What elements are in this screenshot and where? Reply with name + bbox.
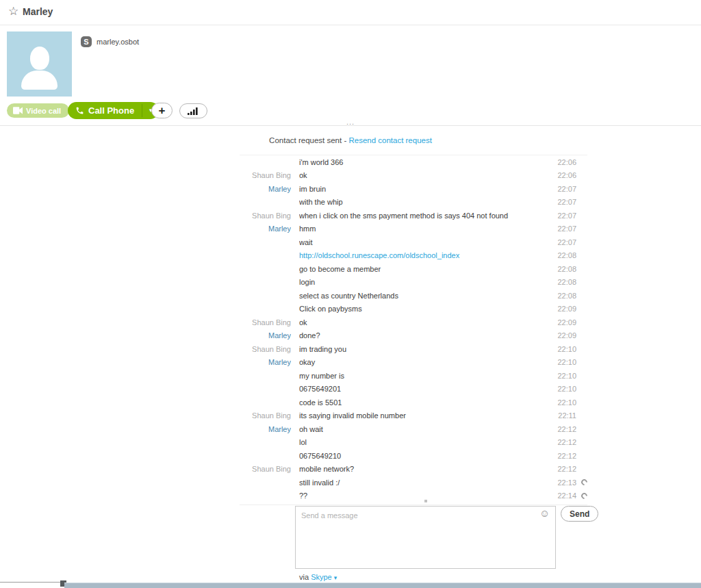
- message-timestamp: 22:12: [551, 425, 576, 433]
- message-sender: Marley: [240, 225, 291, 233]
- pending-slot: [576, 159, 587, 165]
- message-row: Shaun Bing ok 22:09: [240, 316, 587, 329]
- message-sender: Shaun Bing: [240, 345, 291, 353]
- emoticon-picker-icon[interactable]: ☺: [539, 508, 550, 518]
- message-timestamp: 22:06: [551, 171, 576, 179]
- pending-slot: [576, 386, 587, 392]
- message-timestamp: 22:07: [551, 198, 576, 206]
- message-text: its saying invalid mobile number: [299, 411, 551, 420]
- avatar-silhouette-icon: [30, 47, 49, 70]
- message-row: Marley im bruin 22:07: [240, 182, 587, 196]
- pending-slot: [576, 399, 587, 405]
- pending-slot: [576, 172, 587, 179]
- contact-request-notice: Contact request sent - Resend contact re…: [0, 136, 701, 144]
- message-row: code is 5501 22:10: [240, 396, 587, 409]
- message-text: code is 5501: [299, 398, 551, 407]
- via-dropdown-icon[interactable]: ▾: [334, 574, 337, 581]
- send-button[interactable]: Send: [561, 506, 598, 522]
- pending-slot: [576, 319, 587, 325]
- message-text: 0675649201: [299, 385, 551, 393]
- pending-slot: [576, 466, 587, 472]
- message-timestamp: 22:08: [551, 251, 576, 259]
- pending-slot: [576, 372, 587, 379]
- message-row: Marley oh wait 22:12: [240, 422, 587, 436]
- message-row: wait 22:07: [240, 235, 587, 249]
- message-timestamp: 22:11: [551, 411, 576, 420]
- skype-username: marley.osbot: [97, 38, 139, 46]
- message-text: select as country Netherlands: [299, 292, 551, 300]
- message-row: 0675649201 22:10: [240, 383, 587, 396]
- message-timestamp: 22:14: [551, 491, 576, 500]
- message-row: lol 22:12: [240, 436, 587, 450]
- via-label: via: [299, 573, 311, 581]
- message-timestamp: 22:13: [551, 478, 576, 487]
- message-text: Click on paybysms: [299, 305, 551, 313]
- message-timestamp: 22:12: [551, 465, 576, 473]
- video-call-button[interactable]: Video call: [7, 103, 69, 118]
- message-row: Marley done? 22:09: [240, 329, 587, 343]
- message-text: okay: [299, 358, 551, 366]
- message-timestamp: 22:09: [551, 305, 576, 313]
- message-text: 0675649210: [299, 452, 551, 460]
- message-timestamp: 22:08: [551, 292, 576, 300]
- message-timestamp: 22:09: [551, 318, 576, 327]
- pending-slot: [576, 426, 587, 432]
- call-quality-button[interactable]: [179, 103, 207, 118]
- message-row: Shaun Bing its saying invalid mobile num…: [240, 409, 587, 423]
- add-participant-button[interactable]: +: [151, 103, 173, 118]
- message-list: i'm world 366 22:06 Shaun Bing ok 22:06 …: [240, 155, 587, 502]
- message-text: hmm: [299, 225, 551, 233]
- message-timestamp: 22:07: [551, 225, 576, 233]
- message-link[interactable]: http://oldschool.runescape.com/oldschool…: [299, 251, 551, 259]
- pending-slot: [576, 413, 587, 419]
- compose-resize-handle[interactable]: [424, 500, 427, 502]
- message-timestamp: 22:12: [551, 438, 576, 446]
- message-row: Shaun Bing mobile network? 22:12: [240, 463, 587, 476]
- pending-slot: [576, 226, 587, 232]
- message-text: wait: [299, 238, 551, 246]
- avatar-silhouette-icon: [21, 71, 58, 90]
- message-timestamp: 22:07: [551, 238, 576, 246]
- message-sender: Marley: [240, 185, 291, 193]
- pending-slot: [576, 186, 587, 192]
- message-sender: Marley: [240, 425, 291, 433]
- via-channel-link[interactable]: Skype: [311, 573, 332, 581]
- message-row: http://oldschool.runescape.com/oldschool…: [240, 249, 587, 263]
- message-timestamp: 22:10: [551, 345, 576, 353]
- message-timestamp: 22:08: [551, 278, 576, 286]
- sending-spinner-icon: [580, 491, 589, 500]
- pending-slot: [576, 333, 587, 339]
- favorite-star-icon[interactable]: ☆: [8, 4, 18, 18]
- message-sender: Shaun Bing: [240, 318, 291, 327]
- message-row: Click on paybysms 22:09: [240, 303, 587, 316]
- pending-slot: [576, 439, 587, 446]
- message-sender: Shaun Bing: [240, 212, 291, 220]
- message-row: Marley okay 22:10: [240, 356, 587, 370]
- message-timestamp: 22:12: [551, 452, 576, 460]
- call-phone-label: Call Phone: [88, 105, 134, 116]
- message-text: go to become a member: [299, 265, 551, 273]
- message-text: with the whip: [299, 198, 551, 206]
- message-text: done?: [299, 331, 551, 340]
- contact-avatar[interactable]: [7, 31, 72, 97]
- message-timestamp: 22:08: [551, 265, 576, 273]
- call-phone-button[interactable]: Call Phone ▼: [68, 102, 159, 119]
- pending-slot: [576, 493, 587, 499]
- message-sender: Marley: [240, 358, 291, 366]
- message-text: ??: [299, 491, 551, 500]
- pending-slot: [576, 479, 587, 485]
- message-row: with the whip 22:07: [240, 196, 587, 209]
- message-input[interactable]: [296, 507, 555, 568]
- pending-slot: [576, 346, 587, 352]
- message-text: ok: [299, 171, 551, 179]
- message-row: Shaun Bing ok 22:06: [240, 169, 587, 183]
- message-timestamp: 22:09: [551, 331, 576, 340]
- message-text: ok: [299, 318, 551, 327]
- pending-slot: [576, 266, 587, 272]
- pending-slot: [576, 199, 587, 205]
- resend-contact-request-link[interactable]: Resend contact request: [348, 136, 431, 144]
- message-row: my number is 22:10: [240, 369, 587, 383]
- message-row: select as country Netherlands 22:08: [240, 289, 587, 303]
- message-text: oh wait: [299, 425, 551, 433]
- message-sender: Shaun Bing: [240, 411, 291, 420]
